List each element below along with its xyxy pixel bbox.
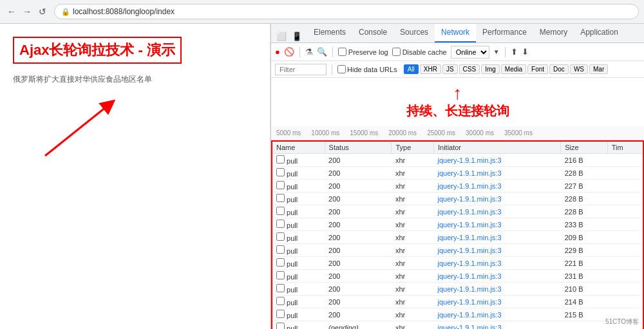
table-row[interactable]: pull 200 xhr jquery-1.9.1.min.js:3 215 B [272, 308, 643, 321]
table-row[interactable]: pull 200 xhr jquery-1.9.1.min.js:3 229 B [272, 244, 643, 257]
row-checkbox-6[interactable] [276, 232, 285, 241]
tab-memory[interactable]: Memory [533, 24, 574, 42]
filter-icon[interactable]: ⚗ [305, 47, 313, 57]
table-row[interactable]: pull 200 xhr jquery-1.9.1.min.js:3 214 B [272, 296, 643, 308]
row-checkbox-13[interactable] [276, 323, 285, 329]
row-checkbox-0[interactable] [276, 155, 285, 164]
tick-5000: 5000 ms [271, 129, 306, 136]
cell-initiator: jquery-1.9.1.min.js:3 [433, 296, 560, 308]
filter-tab-img[interactable]: Img [481, 64, 500, 74]
filter-input[interactable] [275, 64, 327, 75]
table-row[interactable]: pull 200 xhr jquery-1.9.1.min.js:3 209 B [272, 231, 643, 244]
cell-type: xhr [392, 308, 433, 321]
row-checkbox-8[interactable] [276, 258, 285, 267]
preserve-log-checkbox[interactable] [338, 48, 346, 56]
cell-size: 228 B [561, 193, 607, 205]
address-bar[interactable]: 🔒 localhost:8088/longloop/index [54, 4, 639, 19]
cell-time [607, 283, 643, 296]
import-har-icon[interactable]: ⬆ [511, 47, 518, 57]
cell-status: 200 [325, 296, 392, 308]
row-checkbox-11[interactable] [276, 297, 285, 305]
filter-tab-mar[interactable]: Mar [589, 64, 608, 74]
cell-status: 200 [325, 154, 392, 167]
inspect-icon[interactable]: ⬜ [275, 30, 288, 42]
row-checkbox-12[interactable] [276, 310, 285, 318]
cell-type: xhr [392, 296, 433, 308]
table-row[interactable]: pull 200 xhr jquery-1.9.1.min.js:3 228 B [272, 167, 643, 180]
table-row[interactable]: pull (pending) xhr jquery-1.9.1.min.js:3 [272, 321, 643, 330]
cell-status: 200 [325, 257, 392, 270]
main-layout: Ajax长轮询拉技术 - 演示 俄罗斯将扩大直接对华供应食品地区名单 ⬜ 📱 [0, 24, 644, 329]
filter-divider [332, 64, 332, 75]
filter-tab-font[interactable]: Font [527, 64, 548, 74]
annotation-text: 持续、长连接轮询 [406, 104, 509, 118]
filter-tab-media[interactable]: Media [501, 64, 526, 74]
hide-data-urls-checkbox[interactable] [337, 65, 346, 73]
devtools-tab-bar: ⬜ 📱 Elements Console Sources Network Per… [271, 24, 644, 43]
cell-type: xhr [392, 154, 433, 167]
row-checkbox-5[interactable] [276, 220, 285, 228]
export-har-icon[interactable]: ⬇ [522, 47, 529, 57]
reload-button[interactable]: ↺ [36, 5, 49, 18]
hide-data-urls-label[interactable]: Hide data URLs [337, 65, 397, 73]
cell-type: xhr [392, 257, 433, 270]
filter-tab-ws[interactable]: WS [570, 64, 588, 74]
table-row[interactable]: pull 200 xhr jquery-1.9.1.min.js:3 231 B [272, 270, 643, 283]
cell-status: (pending) [325, 321, 392, 330]
tab-network[interactable]: Network [435, 24, 476, 42]
device-icon[interactable]: 📱 [290, 30, 303, 42]
cell-initiator: jquery-1.9.1.min.js:3 [433, 167, 560, 180]
row-checkbox-10[interactable] [276, 284, 285, 292]
tab-elements[interactable]: Elements [307, 24, 352, 42]
timeline-bar: 5000 ms 10000 ms 15000 ms 20000 ms 25000… [271, 126, 644, 140]
tab-console[interactable]: Console [352, 24, 393, 42]
cell-name: pull [272, 167, 325, 180]
cell-name: pull [272, 193, 325, 205]
cell-initiator: jquery-1.9.1.min.js:3 [433, 244, 560, 257]
filter-tab-doc[interactable]: Doc [549, 64, 569, 74]
page-title: Ajax长轮询拉技术 - 演示 [13, 37, 182, 64]
webpage-area: Ajax长轮询拉技术 - 演示 俄罗斯将扩大直接对华供应食品地区名单 [0, 24, 270, 329]
table-header-row: Name Status Type Initiator Size Tim [272, 141, 643, 154]
table-row[interactable]: pull 200 xhr jquery-1.9.1.min.js:3 210 B [272, 283, 643, 296]
table-row[interactable]: pull 200 xhr jquery-1.9.1.min.js:3 228 B [272, 205, 643, 218]
cell-initiator: jquery-1.9.1.min.js:3 [433, 193, 560, 205]
search-icon[interactable]: 🔍 [317, 47, 327, 57]
row-checkbox-7[interactable] [276, 245, 285, 254]
table-row[interactable]: pull 200 xhr jquery-1.9.1.min.js:3 233 B [272, 218, 643, 231]
preserve-log-label[interactable]: Preserve log [338, 48, 388, 56]
row-checkbox-3[interactable] [276, 194, 285, 202]
clear-icon[interactable]: 🚫 [284, 47, 294, 57]
hide-data-urls-text: Hide data URLs [347, 66, 397, 73]
tab-application[interactable]: Application [574, 24, 625, 42]
cell-time [607, 205, 643, 218]
throttle-select[interactable]: Online [451, 46, 489, 59]
row-checkbox-4[interactable] [276, 207, 285, 215]
filter-tab-xhr[interactable]: XHR [420, 64, 441, 74]
cell-initiator: jquery-1.9.1.min.js:3 [433, 180, 560, 193]
cell-initiator: jquery-1.9.1.min.js:3 [433, 308, 560, 321]
disable-cache-checkbox[interactable] [392, 48, 401, 56]
cell-type: xhr [392, 218, 433, 231]
record-icon[interactable]: ● [275, 47, 280, 57]
disable-cache-label[interactable]: Disable cache [392, 48, 447, 56]
table-row[interactable]: pull 200 xhr jquery-1.9.1.min.js:3 227 B [272, 180, 643, 193]
table-row[interactable]: pull 200 xhr jquery-1.9.1.min.js:3 228 B [272, 193, 643, 205]
cell-size: 209 B [561, 231, 607, 244]
back-button[interactable]: ← [5, 5, 18, 18]
filter-tab-js[interactable]: JS [442, 64, 458, 74]
filter-tab-all[interactable]: All [404, 64, 419, 74]
forward-button[interactable]: → [21, 5, 33, 18]
devtools-annotation: ↑ 持续、长连接轮询 [271, 78, 644, 126]
cell-status: 200 [325, 270, 392, 283]
tab-performance[interactable]: Performance [476, 24, 533, 42]
row-checkbox-1[interactable] [276, 168, 285, 176]
row-checkbox-9[interactable] [276, 271, 285, 279]
tab-sources[interactable]: Sources [393, 24, 435, 42]
cell-initiator: jquery-1.9.1.min.js:3 [433, 231, 560, 244]
table-row[interactable]: pull 200 xhr jquery-1.9.1.min.js:3 216 B [272, 154, 643, 167]
filter-tab-css[interactable]: CSS [459, 64, 480, 74]
cell-name: pull [272, 154, 325, 167]
row-checkbox-2[interactable] [276, 181, 285, 189]
table-row[interactable]: pull 200 xhr jquery-1.9.1.min.js:3 221 B [272, 257, 643, 270]
